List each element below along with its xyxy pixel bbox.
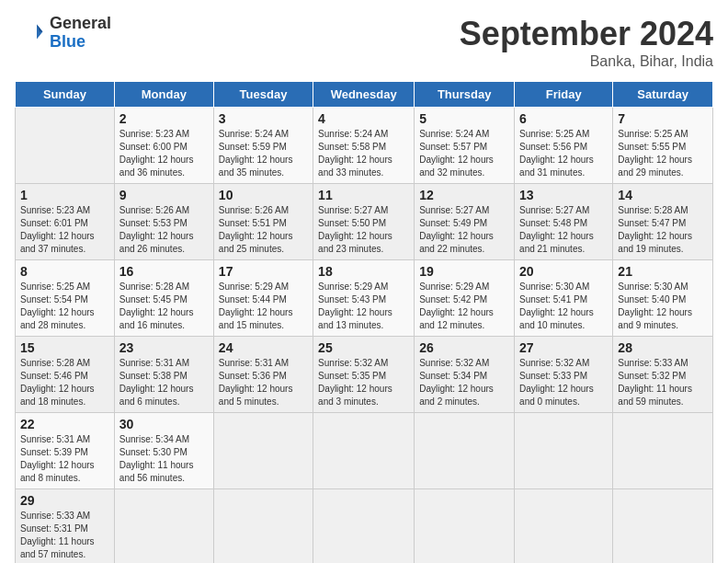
day-number: 2 [119,111,209,126]
calendar-cell [213,489,313,564]
calendar-cell: 17Sunrise: 5:29 AM Sunset: 5:44 PM Dayli… [213,260,313,337]
day-number: 9 [119,188,209,202]
page-header: General Blue September 2024 Banka, Bihar… [15,15,713,70]
day-number: 27 [519,340,608,355]
calendar-cell [515,489,613,564]
day-info: Sunrise: 5:32 AM Sunset: 5:34 PM Dayligh… [419,357,509,408]
day-info: Sunrise: 5:25 AM Sunset: 5:56 PM Dayligh… [519,128,608,179]
calendar-cell: 15Sunrise: 5:28 AM Sunset: 5:46 PM Dayli… [16,337,115,413]
day-info: Sunrise: 5:24 AM Sunset: 5:57 PM Dayligh… [419,128,509,179]
calendar-cell: 5Sunrise: 5:24 AM Sunset: 5:57 PM Daylig… [415,108,515,184]
day-number: 24 [219,340,308,355]
day-info: Sunrise: 5:30 AM Sunset: 5:41 PM Dayligh… [519,281,608,332]
day-number: 6 [519,111,608,126]
day-number: 26 [419,340,509,355]
calendar-cell [415,489,515,564]
day-number: 28 [618,340,708,355]
calendar-cell [313,489,415,564]
calendar-cell [415,413,515,489]
calendar-cell: 7Sunrise: 5:25 AM Sunset: 5:55 PM Daylig… [613,108,713,184]
day-info: Sunrise: 5:24 AM Sunset: 5:59 PM Dayligh… [219,128,308,179]
calendar-cell: 20Sunrise: 5:30 AM Sunset: 5:41 PM Dayli… [515,260,613,337]
calendar-cell: 22Sunrise: 5:31 AM Sunset: 5:39 PM Dayli… [16,413,115,489]
title-section: September 2024 Banka, Bihar, India [460,15,713,70]
day-info: Sunrise: 5:31 AM Sunset: 5:38 PM Dayligh… [119,357,209,408]
calendar-cell [515,413,613,489]
logo-icon [15,18,44,48]
calendar-cell: 1Sunrise: 5:23 AM Sunset: 6:01 PM Daylig… [16,184,115,260]
calendar-row: 15Sunrise: 5:28 AM Sunset: 5:46 PM Dayli… [16,337,713,413]
day-info: Sunrise: 5:28 AM Sunset: 5:46 PM Dayligh… [20,357,109,408]
day-number: 14 [618,188,708,202]
day-number: 18 [318,264,409,279]
day-info: Sunrise: 5:23 AM Sunset: 6:01 PM Dayligh… [20,204,109,256]
calendar-row: 2Sunrise: 5:23 AM Sunset: 6:00 PM Daylig… [16,108,713,184]
calendar-cell: 27Sunrise: 5:32 AM Sunset: 5:33 PM Dayli… [515,337,613,413]
calendar-cell: 23Sunrise: 5:31 AM Sunset: 5:38 PM Dayli… [114,337,213,413]
calendar-cell [213,413,313,489]
day-info: Sunrise: 5:31 AM Sunset: 5:39 PM Dayligh… [20,433,109,485]
col-wednesday: Wednesday [313,82,415,108]
calendar-cell: 14Sunrise: 5:28 AM Sunset: 5:47 PM Dayli… [613,184,713,260]
calendar-cell: 30Sunrise: 5:34 AM Sunset: 5:30 PM Dayli… [114,413,213,489]
calendar-cell: 10Sunrise: 5:26 AM Sunset: 5:51 PM Dayli… [213,184,313,260]
location: Banka, Bihar, India [460,53,713,70]
svg-marker-0 [37,24,42,39]
day-number: 19 [419,264,509,279]
day-info: Sunrise: 5:24 AM Sunset: 5:58 PM Dayligh… [318,128,409,179]
day-info: Sunrise: 5:25 AM Sunset: 5:55 PM Dayligh… [618,128,708,179]
day-number: 23 [119,340,209,355]
day-number: 16 [119,264,209,279]
day-info: Sunrise: 5:33 AM Sunset: 5:31 PM Dayligh… [20,510,109,561]
day-number: 22 [20,417,109,431]
calendar-row: 1Sunrise: 5:23 AM Sunset: 6:01 PM Daylig… [16,184,713,260]
month-title: September 2024 [460,15,713,53]
col-thursday: Thursday [415,82,515,108]
day-number: 15 [20,340,109,355]
day-info: Sunrise: 5:27 AM Sunset: 5:50 PM Dayligh… [318,204,409,256]
calendar-row: 8Sunrise: 5:25 AM Sunset: 5:54 PM Daylig… [16,260,713,337]
calendar-cell: 29Sunrise: 5:33 AM Sunset: 5:31 PM Dayli… [16,489,115,564]
day-info: Sunrise: 5:29 AM Sunset: 5:44 PM Dayligh… [219,281,308,332]
calendar-cell [613,489,713,564]
calendar-cell: 28Sunrise: 5:33 AM Sunset: 5:32 PM Dayli… [613,337,713,413]
day-number: 25 [318,340,409,355]
day-info: Sunrise: 5:27 AM Sunset: 5:48 PM Dayligh… [519,204,608,256]
col-monday: Monday [114,82,213,108]
day-info: Sunrise: 5:27 AM Sunset: 5:49 PM Dayligh… [419,204,509,256]
day-info: Sunrise: 5:26 AM Sunset: 5:53 PM Dayligh… [119,204,209,256]
day-info: Sunrise: 5:28 AM Sunset: 5:45 PM Dayligh… [119,281,209,332]
calendar-cell: 9Sunrise: 5:26 AM Sunset: 5:53 PM Daylig… [114,184,213,260]
day-number: 12 [419,188,509,202]
day-info: Sunrise: 5:32 AM Sunset: 5:33 PM Dayligh… [519,357,608,408]
day-info: Sunrise: 5:23 AM Sunset: 6:00 PM Dayligh… [119,128,209,179]
day-number: 29 [20,493,109,508]
day-number: 11 [318,188,409,202]
calendar-row: 29Sunrise: 5:33 AM Sunset: 5:31 PM Dayli… [16,489,713,564]
day-number: 1 [20,188,109,202]
day-info: Sunrise: 5:31 AM Sunset: 5:36 PM Dayligh… [219,357,308,408]
calendar-cell: 4Sunrise: 5:24 AM Sunset: 5:58 PM Daylig… [313,108,415,184]
day-info: Sunrise: 5:30 AM Sunset: 5:40 PM Dayligh… [618,281,708,332]
calendar-cell [16,108,115,184]
day-info: Sunrise: 5:28 AM Sunset: 5:47 PM Dayligh… [618,204,708,256]
calendar-cell: 25Sunrise: 5:32 AM Sunset: 5:35 PM Dayli… [313,337,415,413]
calendar-cell [313,413,415,489]
calendar-cell: 24Sunrise: 5:31 AM Sunset: 5:36 PM Dayli… [213,337,313,413]
col-saturday: Saturday [613,82,713,108]
day-info: Sunrise: 5:29 AM Sunset: 5:43 PM Dayligh… [318,281,409,332]
header-row: Sunday Monday Tuesday Wednesday Thursday… [16,82,713,108]
col-tuesday: Tuesday [213,82,313,108]
calendar-header: Sunday Monday Tuesday Wednesday Thursday… [16,82,713,108]
logo-general: General [50,15,111,33]
calendar-cell: 12Sunrise: 5:27 AM Sunset: 5:49 PM Dayli… [415,184,515,260]
calendar-cell: 13Sunrise: 5:27 AM Sunset: 5:48 PM Dayli… [515,184,613,260]
calendar-cell: 8Sunrise: 5:25 AM Sunset: 5:54 PM Daylig… [16,260,115,337]
day-number: 3 [219,111,308,126]
logo-text: General Blue [50,15,111,52]
day-number: 8 [20,264,109,279]
calendar-cell [613,413,713,489]
day-info: Sunrise: 5:29 AM Sunset: 5:42 PM Dayligh… [419,281,509,332]
calendar-table: Sunday Monday Tuesday Wednesday Thursday… [15,81,713,563]
day-number: 7 [618,111,708,126]
